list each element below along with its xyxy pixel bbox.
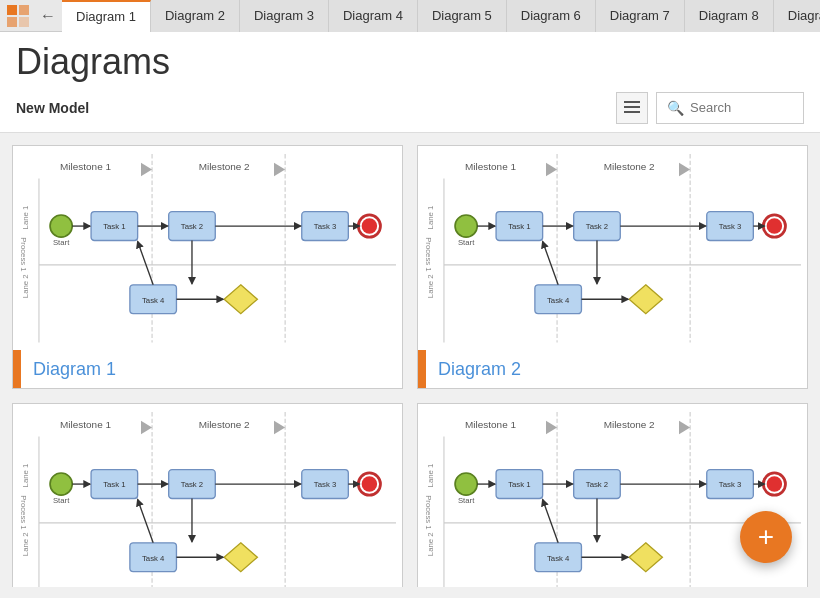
page-title: Diagrams [16, 42, 804, 82]
toolbar-right: 🔍 [616, 92, 804, 124]
svg-text:Process 1: Process 1 [424, 237, 433, 271]
svg-text:Milestone 1: Milestone 1 [465, 160, 516, 171]
svg-text:Lane 2: Lane 2 [21, 533, 30, 557]
svg-text:Task 4: Task 4 [547, 554, 570, 563]
tab-diagram-4[interactable]: Diagram 4 [329, 0, 418, 32]
svg-marker-30 [224, 284, 257, 313]
svg-text:Start: Start [53, 238, 70, 247]
tabs-container: Diagram 1Diagram 2Diagram 3Diagram 4Diag… [62, 0, 820, 32]
diagram-label-row-2: Diagram 2 [418, 350, 807, 388]
svg-text:Task 1: Task 1 [508, 480, 530, 489]
svg-marker-61 [629, 284, 662, 313]
svg-text:Lane 1: Lane 1 [426, 464, 435, 488]
svg-text:Task 3: Task 3 [314, 222, 336, 231]
svg-text:Task 2: Task 2 [586, 222, 608, 231]
svg-point-18 [50, 215, 72, 237]
header: Diagrams New Model 🔍 [0, 32, 820, 133]
svg-text:Lane 1: Lane 1 [21, 205, 30, 229]
search-input[interactable] [690, 100, 793, 115]
tab-diagram-1[interactable]: Diagram 1 [62, 0, 151, 32]
diagram-card-1[interactable]: Milestone 1 Milestone 2 Lane 1 Lane 2 Pr… [12, 145, 403, 390]
svg-text:Task 1: Task 1 [508, 222, 530, 231]
diagram-card-3[interactable]: Milestone 1 Milestone 2 Lane 1 Lane 2 Pr… [12, 403, 403, 587]
svg-text:Milestone 1: Milestone 1 [60, 160, 111, 171]
svg-point-27 [362, 218, 378, 234]
add-diagram-button[interactable]: + [740, 511, 792, 563]
svg-text:Process 1: Process 1 [19, 495, 28, 529]
svg-marker-12 [274, 162, 285, 175]
tab-diagram-9[interactable]: Diagram 9 [774, 0, 820, 32]
svg-marker-92 [224, 543, 257, 572]
svg-line-36 [138, 241, 154, 284]
app-logo [4, 2, 32, 30]
diagram-card-4[interactable]: Milestone 1 Milestone 2 Lane 1 Lane 2 Pr… [417, 403, 808, 587]
search-icon: 🔍 [667, 100, 684, 116]
toolbar: New Model 🔍 [16, 92, 804, 132]
svg-point-80 [50, 473, 72, 495]
svg-text:Task 4: Task 4 [142, 554, 165, 563]
diagram-accent-bar-1 [13, 350, 21, 388]
svg-text:Task 1: Task 1 [103, 222, 125, 231]
diagram-preview-2: Milestone 1 Milestone 2 Lane 1 Lane 2 Pr… [418, 146, 807, 351]
svg-text:Task 1: Task 1 [103, 480, 125, 489]
svg-marker-123 [629, 543, 662, 572]
svg-text:Process 1: Process 1 [424, 495, 433, 529]
svg-text:Milestone 1: Milestone 1 [465, 419, 516, 430]
svg-point-58 [767, 218, 783, 234]
svg-text:Lane 2: Lane 2 [426, 274, 435, 298]
diagram-preview-4: Milestone 1 Milestone 2 Lane 1 Lane 2 Pr… [418, 404, 807, 587]
svg-point-49 [455, 215, 477, 237]
tab-diagram-5[interactable]: Diagram 5 [418, 0, 507, 32]
tab-diagram-8[interactable]: Diagram 8 [685, 0, 774, 32]
tab-bar: ← Diagram 1Diagram 2Diagram 3Diagram 4Di… [0, 0, 820, 32]
svg-text:Start: Start [53, 496, 70, 505]
diagram-preview-3: Milestone 1 Milestone 2 Lane 1 Lane 2 Pr… [13, 404, 402, 587]
svg-text:Task 4: Task 4 [142, 295, 165, 304]
diagram-label-text-2: Diagram 2 [426, 351, 533, 388]
svg-marker-74 [274, 421, 285, 434]
svg-text:Milestone 1: Milestone 1 [60, 419, 111, 430]
content-area: Milestone 1 Milestone 2 Lane 1 Lane 2 Pr… [0, 133, 820, 587]
diagram-card-2[interactable]: Milestone 1 Milestone 2 Lane 1 Lane 2 Pr… [417, 145, 808, 390]
svg-text:Task 4: Task 4 [547, 295, 570, 304]
tab-diagram-2[interactable]: Diagram 2 [151, 0, 240, 32]
svg-marker-104 [546, 421, 557, 434]
list-icon [624, 101, 640, 115]
svg-text:Task 2: Task 2 [181, 222, 203, 231]
svg-text:Milestone 2: Milestone 2 [199, 160, 250, 171]
svg-rect-5 [624, 106, 640, 108]
svg-text:Lane 2: Lane 2 [21, 274, 30, 298]
tab-diagram-3[interactable]: Diagram 3 [240, 0, 329, 32]
svg-marker-73 [141, 421, 152, 434]
svg-marker-42 [546, 162, 557, 175]
svg-rect-6 [624, 111, 640, 113]
svg-point-111 [455, 473, 477, 495]
svg-text:Task 3: Task 3 [719, 222, 741, 231]
search-box: 🔍 [656, 92, 804, 124]
new-model-button[interactable]: New Model [16, 96, 89, 120]
svg-marker-11 [141, 162, 152, 175]
diagram-preview-1: Milestone 1 Milestone 2 Lane 1 Lane 2 Pr… [13, 146, 402, 351]
svg-rect-4 [624, 101, 640, 103]
diagram-accent-bar-2 [418, 350, 426, 388]
tab-diagram-7[interactable]: Diagram 7 [596, 0, 685, 32]
svg-line-98 [138, 500, 154, 543]
back-button[interactable]: ← [36, 4, 60, 28]
svg-text:Lane 1: Lane 1 [426, 205, 435, 229]
svg-rect-1 [19, 5, 29, 15]
svg-rect-3 [19, 17, 29, 27]
svg-point-120 [767, 476, 783, 492]
svg-text:Task 3: Task 3 [719, 480, 741, 489]
svg-text:Milestone 2: Milestone 2 [604, 419, 655, 430]
svg-text:Milestone 2: Milestone 2 [604, 160, 655, 171]
svg-point-89 [362, 476, 378, 492]
list-view-button[interactable] [616, 92, 648, 124]
tab-diagram-6[interactable]: Diagram 6 [507, 0, 596, 32]
svg-marker-105 [679, 421, 690, 434]
diagram-label-text-1: Diagram 1 [21, 351, 128, 388]
svg-text:Task 2: Task 2 [586, 480, 608, 489]
svg-text:Start: Start [458, 238, 475, 247]
diagram-label-row-1: Diagram 1 [13, 350, 402, 388]
svg-rect-0 [7, 5, 17, 15]
svg-marker-43 [679, 162, 690, 175]
